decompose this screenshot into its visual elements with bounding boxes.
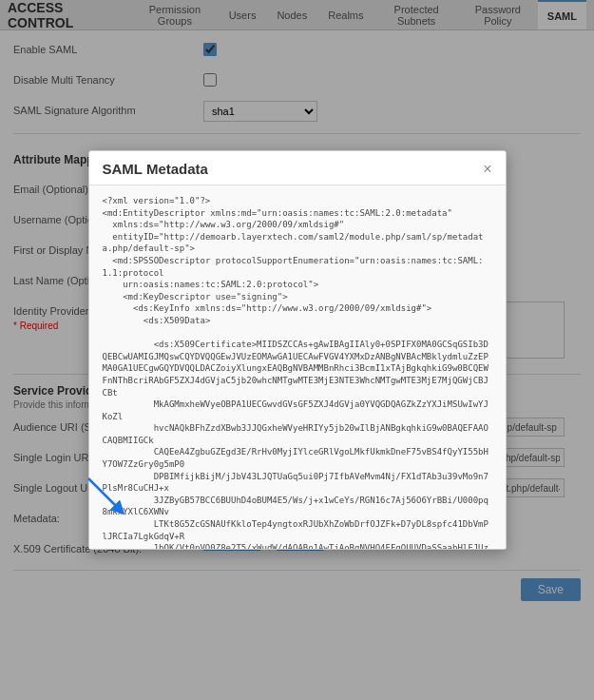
modal-body: <?xml version="1.0"?> <md:EntityDescript… [89,185,506,549]
modal-close-button[interactable]: × [483,162,491,177]
saml-metadata-modal: SAML Metadata × <?xml version="1.0"?> <m… [88,150,507,550]
modal-title: SAML Metadata [103,161,208,177]
arrow-indicator [84,474,131,524]
svg-line-1 [88,478,120,510]
modal-header: SAML Metadata × [89,151,506,185]
modal-xml-content: <?xml version="1.0"?> <md:EntityDescript… [103,195,492,549]
arrow-svg [84,474,131,521]
modal-overlay[interactable]: SAML Metadata × <?xml version="1.0"?> <m… [0,0,594,700]
